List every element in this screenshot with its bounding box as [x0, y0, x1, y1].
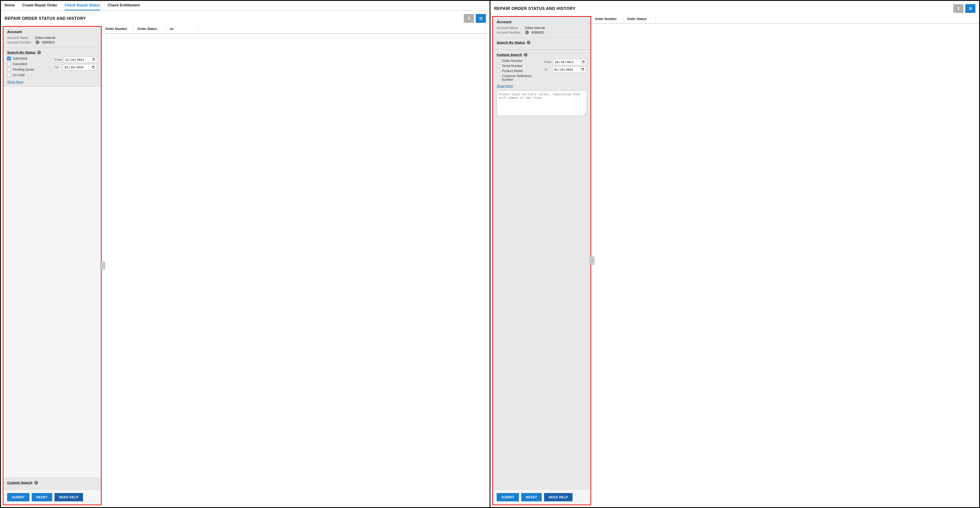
left-checkboxes-col: Submitted Cancelled Pending Quote — [7, 57, 53, 84]
left-checkbox-pending-quote[interactable] — [7, 68, 11, 71]
left-search-status-info-icon[interactable]: i — [37, 51, 41, 54]
left-submit-button[interactable]: SUBMIT — [7, 493, 29, 501]
left-main-content: Account Account Name Zebra Internal Acco… — [1, 24, 490, 507]
right-to-label: To — [544, 68, 551, 71]
right-help-button[interactable]: NEED HELP — [544, 493, 573, 501]
right-search-status-info-icon[interactable]: i — [527, 41, 530, 45]
right-radio-input-product-model[interactable] — [497, 69, 500, 73]
right-icon-buttons: ⬇ ⊞ — [953, 4, 975, 13]
right-show-more-link[interactable]: Show More — [497, 84, 513, 88]
right-from-date-input[interactable] — [553, 59, 587, 65]
left-custom-search-title: Custom Search i — [7, 481, 97, 484]
left-custom-search-info-icon[interactable]: i — [34, 481, 38, 484]
right-form-buttons: SUBMIT RESET NEED HELP — [493, 490, 590, 505]
left-account-section: Account Account Name Zebra Internal Acco… — [3, 27, 101, 48]
left-custom-search-section: Custom Search i — [3, 478, 101, 490]
left-from-label: From — [55, 58, 62, 61]
right-radio-customer-ref[interactable]: Customer Reference Number — [497, 74, 542, 81]
left-col-order-status: Order Status — [134, 24, 166, 33]
left-search-by-status-section: Search By Status i Submitted Cancelled — [3, 48, 101, 87]
left-status-cancelled[interactable]: Cancelled — [7, 62, 53, 66]
left-download-button[interactable]: ⬇ — [464, 14, 474, 23]
right-account-name-value: Zebra Internal — [525, 26, 545, 30]
left-account-number-value: 6088923 — [42, 40, 55, 44]
left-columns-button[interactable]: ⊞ — [476, 14, 486, 23]
left-to-date-input[interactable] — [63, 64, 97, 70]
left-show-more-link[interactable]: Show More — [7, 80, 53, 84]
right-to-date-input[interactable] — [552, 67, 586, 73]
left-date-to-row: To — [55, 64, 97, 70]
right-page-title-row: REPAIR ORDER STATUS AND HISTORY ⬇ ⊞ — [490, 1, 979, 14]
right-custom-search-section: Custom Search i Order Number — [493, 50, 590, 490]
right-account-number-value: 6088923 — [531, 30, 544, 34]
left-panel: Home Create Repair Order Check Repair St… — [1, 1, 490, 507]
left-search-by-status-title: Search By Status i — [7, 50, 97, 54]
right-radio-options: Order Number Serial Number Product Model — [497, 59, 542, 88]
left-account-number-info-icon[interactable]: i — [36, 40, 39, 44]
left-status-on-hold[interactable]: On Hold — [7, 73, 53, 77]
left-page-title: REPAIR ORDER STATUS AND HISTORY — [5, 16, 86, 21]
right-table-area: Order Number Order Status — [591, 14, 979, 507]
left-status-pending-quote[interactable]: Pending Quote — [7, 68, 53, 71]
left-table-header: Order Number Order Status Jo — [102, 24, 490, 34]
right-account-number-info-icon[interactable]: i — [525, 30, 529, 34]
left-checkbox-cancelled[interactable] — [7, 62, 11, 66]
right-submit-button[interactable]: SUBMIT — [497, 493, 519, 501]
left-col-jo: Jo — [166, 24, 198, 33]
right-collapse-button[interactable]: ‹ — [590, 256, 595, 265]
right-columns-button[interactable]: ⊞ — [965, 4, 975, 13]
left-table-area: Order Number Order Status Jo — [102, 24, 490, 507]
left-sidebar-form: Account Account Name Zebra Internal Acco… — [3, 26, 102, 505]
right-panel: REPAIR ORDER STATUS AND HISTORY ⬇ ⊞ Acco… — [490, 1, 979, 507]
right-from-label: From — [544, 60, 551, 64]
right-radio-serial-number[interactable]: Serial Number — [497, 64, 542, 68]
nav-check-repair[interactable]: Check Repair Status — [65, 3, 100, 10]
right-sidebar-form: Account Account Name Zebra Internal Acco… — [492, 16, 591, 505]
left-date-from-row: From — [55, 57, 97, 63]
right-search-textarea[interactable] — [497, 91, 587, 116]
right-account-name-label: Account Name — [497, 26, 522, 30]
left-account-name-label: Account Name — [7, 36, 32, 40]
left-help-button[interactable]: NEED HELP — [54, 493, 83, 501]
left-reset-button[interactable]: RESET — [32, 493, 52, 501]
right-page-title: REPAIR ORDER STATUS AND HISTORY — [494, 6, 576, 11]
left-checkbox-on-hold[interactable] — [7, 73, 11, 77]
right-main-content: Account Account Name Zebra Internal Acco… — [490, 14, 979, 507]
nav-create-repair[interactable]: Create Repair Order — [22, 3, 57, 10]
left-spacer — [3, 87, 101, 478]
left-from-date-input[interactable] — [63, 57, 97, 63]
right-radio-input-order-number[interactable] — [497, 59, 500, 62]
left-to-label: To — [55, 65, 61, 69]
right-date-to-row: To — [544, 67, 587, 73]
right-radio-order-number[interactable]: Order Number — [497, 59, 542, 62]
left-status-submitted[interactable]: Submitted — [7, 57, 53, 60]
right-radio-input-serial-number[interactable] — [497, 64, 500, 68]
left-account-number-row: Account Number i 6088923 — [7, 40, 97, 44]
right-search-by-status-section: Search By Status i — [493, 38, 590, 50]
right-table-header: Order Number Order Status — [591, 14, 979, 24]
right-col-order-number: Order Number — [591, 14, 624, 24]
right-reset-button[interactable]: RESET — [521, 493, 542, 501]
right-date-col: From To — [544, 59, 587, 73]
right-account-section: Account Account Name Zebra Internal Acco… — [493, 17, 590, 38]
nav-check-entitlement[interactable]: Check Entitlement — [108, 3, 140, 10]
right-account-number-label: Account Number — [497, 30, 522, 34]
right-account-number-row: Account Number i 6088923 — [497, 30, 587, 34]
right-account-heading: Account — [497, 20, 587, 24]
right-radio-product-model[interactable]: Product Model — [497, 69, 542, 73]
right-custom-search-title: Custom Search i — [497, 53, 587, 57]
left-status-grid: Submitted Cancelled Pending Quote — [7, 57, 97, 84]
left-account-heading: Account — [7, 30, 97, 34]
right-custom-search-body: Order Number Serial Number Product Model — [497, 59, 587, 88]
right-account-name-row: Account Name Zebra Internal — [497, 26, 587, 30]
right-radio-input-customer-ref[interactable] — [497, 76, 500, 80]
nav-home[interactable]: Home — [5, 3, 15, 10]
right-download-button[interactable]: ⬇ — [953, 4, 963, 13]
left-col-order-number: Order Number — [102, 24, 134, 33]
nav-bar: Home Create Repair Order Check Repair St… — [1, 1, 490, 11]
right-custom-search-info-icon[interactable]: i — [524, 53, 528, 57]
left-page-title-row: REPAIR ORDER STATUS AND HISTORY ⬇ ⊞ — [1, 11, 490, 24]
left-date-col: From To — [55, 57, 97, 70]
left-collapse-button[interactable]: ‹ — [100, 261, 105, 270]
left-checkbox-submitted[interactable] — [7, 57, 11, 60]
